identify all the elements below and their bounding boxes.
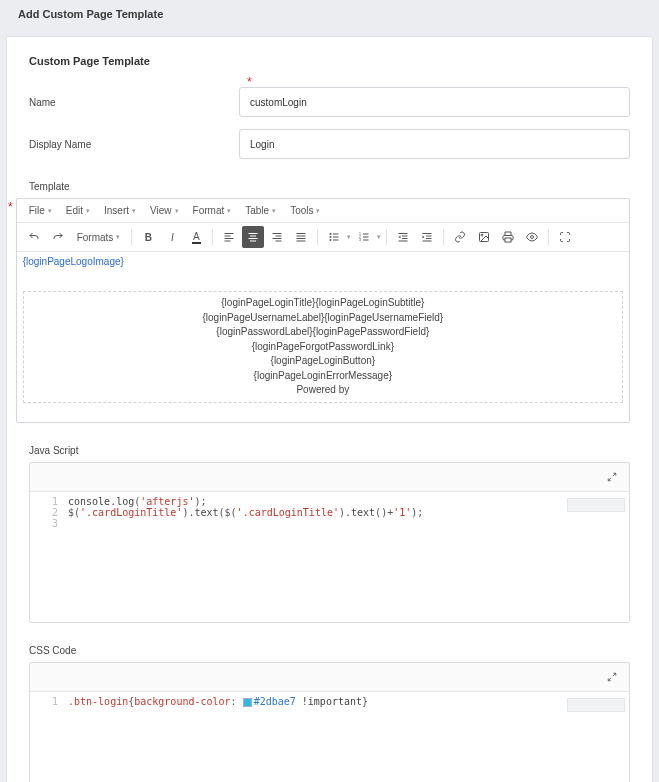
numbered-list-caret[interactable]: ▾ (377, 233, 381, 241)
svg-rect-38 (505, 238, 511, 242)
svg-rect-1 (225, 236, 231, 237)
svg-rect-32 (423, 233, 432, 234)
svg-rect-12 (297, 233, 306, 234)
svg-rect-28 (399, 233, 408, 234)
svg-rect-5 (250, 236, 256, 237)
link-icon[interactable] (449, 226, 471, 248)
svg-rect-6 (249, 238, 258, 239)
formats-dropdown[interactable]: Formats▾ (71, 229, 127, 246)
svg-rect-17 (333, 234, 339, 235)
svg-rect-3 (225, 241, 231, 242)
bold-icon[interactable]: B (137, 226, 159, 248)
javascript-editor: 1console.log('afterjs'); 2$('.cardLoginT… (29, 462, 630, 623)
svg-point-39 (531, 236, 534, 239)
undo-icon[interactable] (23, 226, 45, 248)
page-title: Add Custom Page Template (0, 0, 659, 28)
rich-text-editor: File▾ Edit▾ Insert▾ View▾ Format▾ Table▾… (16, 198, 630, 423)
svg-rect-14 (297, 238, 306, 239)
text-color-icon[interactable]: A (185, 226, 207, 248)
token-line: {loginPageLoginTitle}{loginPageLoginSubt… (28, 296, 618, 311)
menu-format[interactable]: Format▾ (187, 202, 238, 219)
svg-rect-4 (249, 233, 258, 234)
minimap (567, 498, 625, 512)
template-label: Template (29, 181, 630, 192)
template-token-block: {loginPageLoginTitle}{loginPageLoginSubt… (23, 291, 623, 403)
fullscreen-icon[interactable] (554, 226, 576, 248)
svg-rect-33 (426, 236, 432, 237)
token-line: {loginPageUsernameLabel}{loginPageUserna… (28, 311, 618, 326)
token-line: {loginPasswordLabel}{loginPagePasswordFi… (28, 325, 618, 340)
align-justify-icon[interactable] (290, 226, 312, 248)
main-card: Custom Page Template Name * Display Name… (6, 36, 653, 782)
css-label: CSS Code (29, 645, 630, 656)
name-input[interactable] (239, 87, 630, 117)
preview-icon[interactable] (521, 226, 543, 248)
color-swatch-icon (243, 698, 252, 707)
svg-rect-30 (402, 238, 408, 239)
display-name-input[interactable] (239, 129, 630, 159)
svg-point-37 (481, 234, 483, 236)
menu-table[interactable]: Table▾ (239, 202, 282, 219)
svg-rect-8 (273, 233, 282, 234)
bullet-list-caret[interactable]: ▾ (347, 233, 351, 241)
bullet-list-icon[interactable] (323, 226, 345, 248)
redo-icon[interactable] (47, 226, 69, 248)
svg-rect-29 (402, 236, 408, 237)
required-marker: * (8, 200, 13, 425)
display-name-row: Display Name (29, 129, 630, 159)
name-label: Name (29, 97, 239, 108)
minimap (567, 698, 625, 712)
outdent-icon[interactable] (392, 226, 414, 248)
menu-insert[interactable]: Insert▾ (98, 202, 142, 219)
svg-rect-2 (225, 238, 234, 239)
required-marker: * (247, 75, 252, 89)
menu-view[interactable]: View▾ (144, 202, 185, 219)
css-code-area[interactable]: 1.btn-login{background-color: #2dbae7 !i… (30, 692, 629, 782)
svg-rect-0 (225, 233, 234, 234)
svg-point-18 (330, 236, 332, 238)
svg-rect-7 (250, 241, 256, 242)
italic-icon[interactable]: I (161, 226, 183, 248)
align-center-icon[interactable] (242, 226, 264, 248)
svg-rect-19 (333, 237, 339, 238)
token-line: {loginPageLoginErrorMessage} (28, 369, 618, 384)
javascript-code-area[interactable]: 1console.log('afterjs'); 2$('.cardLoginT… (30, 492, 629, 622)
svg-rect-34 (426, 238, 432, 239)
menu-file[interactable]: File▾ (23, 202, 58, 219)
svg-point-20 (330, 239, 332, 241)
editor-body[interactable]: {loginPageLogoImage} {loginPageLoginTitl… (17, 252, 629, 422)
editor-menubar: File▾ Edit▾ Insert▾ View▾ Format▾ Table▾… (17, 199, 629, 223)
svg-rect-31 (399, 241, 408, 242)
token-line: {loginPageLoginButton} (28, 354, 618, 369)
svg-rect-35 (423, 241, 432, 242)
print-icon[interactable] (497, 226, 519, 248)
expand-icon[interactable] (601, 466, 623, 488)
logo-token: {loginPageLogoImage} (23, 256, 124, 267)
svg-point-16 (330, 233, 332, 235)
javascript-label: Java Script (29, 445, 630, 456)
svg-rect-25 (363, 237, 369, 238)
svg-rect-13 (297, 236, 306, 237)
name-row: Name * (29, 87, 630, 117)
token-line: {loginPageForgotPasswordLink} (28, 340, 618, 355)
image-icon[interactable] (473, 226, 495, 248)
token-line: Powered by (28, 383, 618, 398)
svg-rect-23 (363, 234, 369, 235)
svg-rect-27 (363, 240, 369, 241)
numbered-list-icon[interactable]: 123 (353, 226, 375, 248)
indent-icon[interactable] (416, 226, 438, 248)
svg-rect-11 (276, 241, 282, 242)
menu-tools[interactable]: Tools▾ (284, 202, 326, 219)
display-name-label: Display Name (29, 139, 239, 150)
expand-icon[interactable] (601, 666, 623, 688)
svg-rect-21 (333, 240, 339, 241)
svg-text:3: 3 (359, 238, 361, 242)
svg-rect-15 (297, 241, 306, 242)
menu-edit[interactable]: Edit▾ (60, 202, 96, 219)
align-left-icon[interactable] (218, 226, 240, 248)
css-editor: 1.btn-login{background-color: #2dbae7 !i… (29, 662, 630, 782)
editor-toolbar: Formats▾ B I A ▾ 123 ▾ (17, 223, 629, 252)
svg-rect-9 (276, 236, 282, 237)
align-right-icon[interactable] (266, 226, 288, 248)
svg-rect-10 (273, 238, 282, 239)
